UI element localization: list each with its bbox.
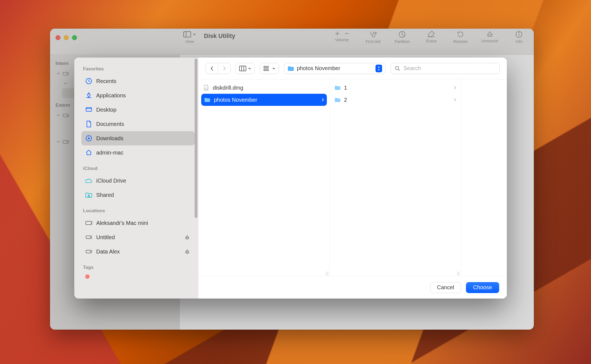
folder-row-label: photos November (214, 97, 257, 103)
erase-icon (427, 31, 435, 37)
cancel-button[interactable]: Cancel (430, 282, 461, 293)
browser-column-1[interactable]: diskdrill.dmg photos November || (198, 79, 330, 276)
folder-row-label: 1 (344, 85, 347, 91)
svg-point-10 (516, 31, 522, 37)
toolbar-view-group[interactable]: View (183, 31, 196, 44)
column-resize-handle[interactable]: || (326, 271, 329, 275)
sidebar-item-shared[interactable]: Shared (81, 188, 195, 202)
svg-rect-39 (264, 66, 266, 68)
svg-rect-0 (184, 32, 191, 37)
search-input[interactable] (403, 65, 496, 72)
svg-point-6 (399, 31, 405, 37)
sidebar-item-applications[interactable]: Applications (81, 88, 195, 103)
group-icon (263, 66, 270, 71)
cloud-icon (85, 177, 92, 184)
stethoscope-icon (369, 31, 377, 38)
group-by-button[interactable] (260, 63, 279, 74)
column-resize-handle[interactable]: || (457, 271, 460, 275)
disk-utility-actions: Volume First Aid Partition Erase Restore (335, 31, 527, 44)
sidebar-item-downloads[interactable]: Downloads (81, 131, 195, 145)
sidebar-item-data-alex-disk[interactable]: Data Alex (81, 244, 195, 259)
sidebar-item-label: Untitled (96, 234, 115, 241)
folder-row[interactable]: 2 (330, 94, 461, 106)
sidebar-item-label: Documents (96, 121, 124, 127)
svg-line-44 (398, 69, 400, 71)
svg-point-18 (67, 142, 68, 142)
window-traffic-lights[interactable] (56, 35, 77, 40)
svg-rect-17 (63, 140, 68, 143)
sidebar-item-label: Applications (96, 92, 126, 99)
close-window-button[interactable] (56, 35, 60, 40)
svg-rect-13 (63, 72, 68, 75)
sidebar-item-this-mac[interactable]: Aleksandr's Mac mini (81, 216, 195, 230)
chevron-right-icon (321, 98, 324, 102)
nav-back-button[interactable] (206, 63, 218, 74)
sidebar-item-documents[interactable]: Documents (81, 117, 195, 131)
chevron-down-icon (248, 67, 251, 70)
svg-point-27 (91, 223, 92, 223)
sidebar-item-home[interactable]: admin-mac (81, 145, 195, 160)
shared-folder-icon (85, 191, 92, 198)
svg-marker-8 (487, 32, 492, 35)
sidebar-item-label: admin-mac (96, 150, 123, 156)
svg-marker-30 (186, 236, 189, 238)
document-icon (85, 120, 92, 128)
svg-point-33 (90, 251, 91, 252)
clock-icon (85, 78, 92, 85)
minimize-window-button[interactable] (64, 35, 69, 40)
sidebar-item-label: Desktop (96, 107, 116, 113)
sidebar-heading-locations: Locations (83, 208, 195, 214)
sidebar-scrollbar[interactable] (195, 59, 197, 218)
file-row-label: diskdrill.dmg (213, 85, 243, 91)
search-field[interactable] (391, 63, 500, 74)
nav-forward-button[interactable] (218, 63, 230, 74)
dmg-file-icon (203, 84, 209, 91)
eject-icon[interactable] (184, 234, 191, 241)
minus-icon (344, 31, 349, 36)
sidebar-item-recents[interactable]: Recents (81, 74, 195, 88)
path-popup-label: photos November (297, 65, 340, 71)
file-row[interactable]: diskdrill.dmg (198, 82, 330, 94)
sidebar-item-desktop[interactable]: Desktop (81, 103, 195, 117)
view-mode-columns-button[interactable] (236, 63, 255, 74)
sidebar-item-tag[interactable] (81, 272, 195, 281)
sidebar-item-untitled-disk[interactable]: Untitled (81, 230, 195, 244)
svg-rect-41 (267, 66, 268, 68)
toolbar-erase[interactable]: Erase (423, 31, 440, 43)
browser-column-2[interactable]: 1 2 || (330, 79, 461, 276)
info-icon (515, 31, 523, 38)
toolbar-restore[interactable]: Restore (452, 31, 469, 44)
folder-row[interactable]: 1 (330, 82, 461, 94)
svg-rect-21 (86, 107, 92, 111)
choose-button[interactable]: Choose (466, 282, 499, 293)
toolbar-partition[interactable]: Partition (394, 31, 410, 44)
sidebar-heading-tags: Tags (83, 265, 195, 270)
path-popup-button[interactable]: photos November (284, 63, 386, 74)
zoom-window-button[interactable] (72, 35, 77, 40)
toolbar-unmount[interactable]: Unmount (481, 31, 498, 43)
tag-dot-red-icon (85, 274, 90, 279)
eject-icon (486, 31, 493, 37)
svg-point-5 (375, 32, 376, 34)
toolbar-info[interactable]: Info (511, 31, 527, 44)
toolbar-view-label: View (185, 39, 194, 44)
toolbar-action-label: Restore (453, 39, 468, 44)
svg-marker-34 (186, 250, 189, 252)
download-icon (85, 135, 92, 142)
disk-icon (63, 139, 69, 144)
svg-point-25 (88, 195, 89, 196)
disk-icon (85, 234, 92, 241)
toolbar-first-aid[interactable]: First Aid (365, 31, 381, 44)
toolbar-volume-group[interactable]: Volume (335, 31, 349, 42)
folder-icon (334, 96, 341, 103)
browser-column-3[interactable] (461, 79, 507, 276)
columns-view-icon (239, 66, 246, 71)
chevron-right-icon (222, 66, 226, 71)
window-title: Disk Utility (204, 32, 235, 40)
sidebar-item-icloud-drive[interactable]: iCloud Drive (81, 173, 195, 188)
eject-icon[interactable] (184, 248, 191, 255)
folder-row-selected[interactable]: photos November (201, 94, 327, 106)
chevron-down-icon (57, 140, 60, 143)
open-panel-sidebar: Favorites Recents Applications (74, 57, 198, 299)
sidebar-item-label: Aleksandr's Mac mini (96, 220, 148, 226)
